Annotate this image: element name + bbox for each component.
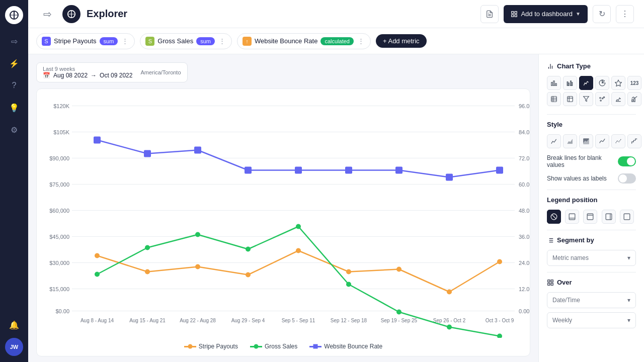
segment-by-label: Segment by <box>557 236 594 244</box>
more-options-button[interactable]: ⋮ <box>616 5 634 23</box>
style-smooth[interactable] <box>595 134 609 148</box>
svg-point-59 <box>195 232 200 237</box>
svg-rect-68 <box>194 147 201 154</box>
sidebar-item-settings[interactable]: ⚙ <box>5 121 23 139</box>
refresh-button[interactable]: ↻ <box>593 5 611 23</box>
sidebar-item-query[interactable]: ⚡ <box>5 54 23 72</box>
svg-rect-8 <box>512 11 514 13</box>
svg-point-56 <box>497 259 502 264</box>
metric-chip-gross-sales[interactable]: S Gross Sales sum ⋮ <box>140 33 232 49</box>
metric-chip-bounce[interactable]: ↑ Website Bounce Rate calculated ⋮ <box>237 33 371 49</box>
svg-rect-98 <box>632 100 633 102</box>
svg-rect-74 <box>496 167 503 174</box>
date-range-bar: Last 9 weeks 📅 Aug 08 2022 → Oct 09 2022… <box>36 62 530 82</box>
bounce-badge: calculated <box>320 37 354 45</box>
over-date-dropdown[interactable]: Date/Time ▾ <box>547 292 636 308</box>
sidebar-logo <box>5 6 23 24</box>
svg-rect-67 <box>144 150 151 157</box>
chart-type-table[interactable] <box>547 92 561 106</box>
legend-pos-right[interactable] <box>602 210 616 224</box>
add-metric-button[interactable]: + Add metric <box>376 34 427 48</box>
chart-type-line[interactable] <box>579 76 593 90</box>
header-right: Add to dashboard ▼ ↻ ⋮ <box>480 5 634 23</box>
chart-type-combo[interactable] <box>627 92 641 106</box>
svg-text:Aug 8 - Aug 14: Aug 8 - Aug 14 <box>80 318 114 323</box>
chart-type-section-label: Chart Type <box>557 62 591 70</box>
over-divider <box>547 272 636 273</box>
bounce-icon: ↑ <box>243 37 252 46</box>
svg-text:Aug 15 - Aug 21: Aug 15 - Aug 21 <box>129 318 166 323</box>
svg-point-50 <box>195 264 200 269</box>
style-area[interactable] <box>563 134 577 148</box>
legend-pos-top[interactable] <box>583 210 597 224</box>
svg-rect-103 <box>569 214 575 220</box>
header: ⇨ Explorer Add to dashboard ▼ ↻ ⋮ <box>28 0 644 28</box>
legend-pos-hidden[interactable] <box>620 210 634 224</box>
back-button[interactable]: ⇨ <box>38 5 56 23</box>
break-lines-toggle[interactable] <box>618 156 636 166</box>
svg-point-57 <box>95 272 100 277</box>
chart-type-waterfall[interactable] <box>611 92 625 106</box>
svg-rect-79 <box>553 81 554 85</box>
style-dashed[interactable] <box>611 134 625 148</box>
chart-type-numeric[interactable]: 123 <box>627 76 641 90</box>
segment-by-dropdown[interactable]: Metric names ▾ <box>547 250 636 266</box>
add-to-dashboard-button[interactable]: Add to dashboard ▼ <box>504 5 588 23</box>
chart-type-funnel[interactable] <box>579 92 593 106</box>
legend-divider <box>547 190 636 190</box>
svg-text:Sep 12 - Sep 18: Sep 12 - Sep 18 <box>331 318 367 323</box>
date-range-label: Last 9 weeks <box>43 66 132 72</box>
gross-sales-dots-button[interactable]: ⋮ <box>218 37 226 45</box>
sidebar-item-help[interactable]: ? <box>5 76 23 95</box>
legend-pos-none[interactable] <box>547 210 561 224</box>
svg-rect-118 <box>548 283 550 285</box>
over-title: Over <box>547 279 636 286</box>
svg-text:$60,000: $60,000 <box>49 208 69 214</box>
chart-type-bar-grouped[interactable] <box>563 76 577 90</box>
svg-text:Aug 22 - Aug 28: Aug 22 - Aug 28 <box>180 318 216 323</box>
user-avatar[interactable]: JW <box>5 338 23 356</box>
bounce-dots-button[interactable]: ⋮ <box>357 37 365 45</box>
sidebar-item-explore[interactable]: ⇨ <box>5 32 23 50</box>
show-values-label: Show values as labels <box>547 175 607 182</box>
svg-text:Sep 5 - Sep 11: Sep 5 - Sep 11 <box>282 318 315 323</box>
over-period-dropdown[interactable]: Weekly ▾ <box>547 312 636 328</box>
chart-type-bar-vertical[interactable] <box>547 76 561 90</box>
style-filled[interactable] <box>579 134 593 148</box>
svg-rect-117 <box>551 280 553 282</box>
style-divider <box>547 114 636 115</box>
add-metric-label: + Add metric <box>383 37 420 45</box>
svg-point-53 <box>346 269 351 275</box>
legend-pos-bottom[interactable] <box>565 210 579 224</box>
svg-text:$120K: $120K <box>53 103 69 109</box>
chart-type-star[interactable] <box>611 76 625 90</box>
metric-chip-stripe[interactable]: S Stripe Payouts sum ⋮ <box>36 33 135 49</box>
svg-point-93 <box>600 100 601 101</box>
stripe-dots-button[interactable]: ⋮ <box>121 37 129 45</box>
break-lines-row: Break lines for blank values <box>547 154 636 168</box>
svg-rect-109 <box>624 214 630 220</box>
chart-wrapper: $0.00 $15,000 $30,000 $45,000 $60,000 $7… <box>36 88 530 356</box>
style-grid <box>547 134 636 148</box>
svg-rect-107 <box>606 214 612 220</box>
style-line[interactable] <box>547 134 561 148</box>
legend-position-label: Legend position <box>547 196 597 204</box>
chart-type-pie[interactable] <box>595 76 609 90</box>
svg-point-51 <box>246 273 251 278</box>
over-date-chevron-icon: ▾ <box>627 297 630 304</box>
right-panel: Chart Type 123 <box>538 54 644 362</box>
stripe-badge: sum <box>100 37 118 45</box>
svg-point-63 <box>396 310 401 315</box>
date-range-box[interactable]: Last 9 weeks 📅 Aug 08 2022 → Oct 09 2022… <box>36 62 188 82</box>
chart-type-pivot[interactable] <box>563 92 577 106</box>
sidebar-item-insights[interactable]: 💡 <box>5 99 23 117</box>
chart-svg-area: $0.00 $15,000 $30,000 $45,000 $60,000 $7… <box>37 95 530 338</box>
header-logo <box>62 5 80 23</box>
svg-point-54 <box>396 267 401 272</box>
sidebar-item-notifications[interactable]: 🔔 <box>5 316 23 334</box>
save-button[interactable] <box>480 5 499 23</box>
chart-type-scatter[interactable] <box>595 92 609 106</box>
svg-point-55 <box>447 290 452 295</box>
show-values-toggle[interactable] <box>618 173 636 184</box>
style-stepped[interactable] <box>627 134 641 148</box>
